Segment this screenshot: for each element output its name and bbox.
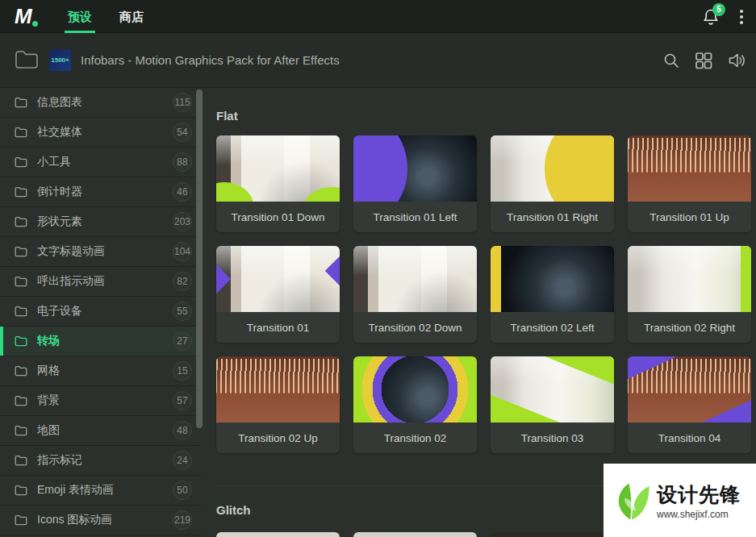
sidebar-item-emoji[interactable]: Emoji 表情动画 50 [0,476,202,506]
folder-icon [15,127,27,138]
sidebar-item-count: 88 [173,152,192,172]
sidebar-item-count: 55 [173,302,192,321]
preset-label: Transition 02 Down [353,312,477,343]
topbar-actions: 5 [701,0,746,33]
preset-thumbnail [491,135,614,202]
sidebar-item-label: 地图 [37,423,60,438]
preset-label: Transition 02 [353,423,477,453]
preset-card[interactable] [491,532,614,537]
folder-icon [15,246,27,257]
sidebar-item-count: 15 [173,361,192,381]
sound-icon[interactable] [727,51,746,70]
app-logo[interactable]: M [15,4,39,28]
sidebar-item-label: 背景 [37,393,60,408]
top-tabs: 预设 商店 [65,0,168,33]
sidebar-item-label: Emoji 表情动画 [37,483,114,497]
preset-label: Transition 02 Up [216,423,340,453]
pack-header-actions [662,33,746,88]
notifications-button[interactable]: 5 [701,7,720,27]
leaf-logo-icon [610,477,654,525]
sidebar-item-text-titles[interactable]: 文字标题动画 104 [0,237,202,267]
preset-thumbnail [628,356,751,423]
sidebar-item-label: 指示标记 [37,453,82,468]
tab-store[interactable]: 商店 [116,0,147,33]
preset-thumbnail [353,356,477,423]
folder-icon [15,186,27,198]
sidebar-item-count: 24 [173,451,192,470]
preset-card[interactable] [353,532,477,537]
sidebar-item-shape-elements[interactable]: 形状元素 203 [0,207,202,237]
sidebar-item-count: 82 [173,272,192,291]
sidebar-item-label: 转场 [37,334,60,348]
sidebar-scrollbar[interactable] [196,90,203,428]
kebab-menu-button[interactable] [737,6,746,27]
sidebar-item-callouts[interactable]: 呼出指示动画 82 [0,267,202,297]
preset-card[interactable]: Transition 03 [491,356,614,453]
sidebar-item-maps[interactable]: 地图 48 [0,416,202,446]
sidebar-item-devices[interactable]: 电子设备 55 [0,297,202,327]
preset-label: Transition 01 Left [353,202,477,232]
sidebar-item-label: 社交媒体 [37,125,82,139]
sidebar-item-infographics[interactable]: 信息图表 115 [0,88,202,118]
sidebar-item-label: 小工具 [37,155,71,169]
folder-icon [15,335,27,347]
sidebar-item-label: Icons 图标动画 [37,513,112,527]
section-title-flat: Flat [216,109,238,123]
preset-card[interactable] [216,532,340,537]
preset-card[interactable]: Transition 01 Left [353,135,477,232]
sidebar-item-count: 104 [173,242,192,261]
preset-label: Transition 01 Up [628,202,751,232]
sidebar-item-count: 54 [173,123,192,142]
app-window: M 预设 商店 5 1500+ Infobars - Motion Graphi… [0,0,756,537]
preset-card[interactable]: Transition 04 [628,356,751,453]
section-title-glitch: Glitch [216,503,251,517]
preset-card[interactable]: Transition 01 Up [628,135,751,232]
pack-title: Infobars - Motion Graphics Pack for Afte… [81,33,340,88]
preset-grid-flat: Transition 01 Down Transition 01 Left Tr… [216,135,751,453]
top-navbar: M 预设 商店 5 [0,0,756,33]
folder-icon[interactable] [15,49,39,70]
preset-thumbnail [628,135,751,202]
sidebar-item-transitions[interactable]: 转场 27 [0,327,202,356]
preset-card[interactable]: Transition 02 Up [216,356,340,453]
preset-card[interactable]: Transition 01 [216,246,340,343]
sidebar-item-count: 115 [173,93,192,112]
preset-label: Transition 01 Right [491,202,614,232]
transition-overlay [491,135,614,202]
folder-icon [15,365,27,377]
sidebar-item-social-media[interactable]: 社交媒体 54 [0,118,202,148]
sidebar-item-markers[interactable]: 指示标记 24 [0,446,202,476]
sidebar-item-icons[interactable]: Icons 图标动画 219 [0,506,202,535]
pack-thumbnail-badge[interactable]: 1500+ [49,49,71,71]
transition-overlay [628,356,751,423]
transition-overlay [216,246,340,312]
sidebar-item-grids[interactable]: 网格 15 [0,356,202,386]
sidebar-item-count: 203 [173,212,192,231]
preset-card[interactable]: Transition 02 Left [491,246,614,343]
preset-card[interactable]: Transition 01 Right [491,135,614,232]
preset-card[interactable]: Transition 01 Down [216,135,340,232]
transition-overlay [628,246,751,312]
folder-icon [15,395,27,406]
sidebar-item-tools[interactable]: 小工具 88 [0,148,202,177]
grid-view-icon[interactable] [694,51,713,70]
preset-card[interactable]: Transition 02 Right [628,246,751,343]
preset-card[interactable]: Transition 02 Down [353,246,477,343]
sidebar-item-backgrounds[interactable]: 背景 57 [0,386,202,416]
folder-icon [15,306,27,317]
search-icon[interactable] [662,52,680,69]
sidebar-item-label: 文字标题动画 [37,244,105,259]
preset-label: Transition 04 [628,423,751,453]
preset-label: Transition 01 [216,312,340,343]
selected-indicator [0,327,3,356]
sidebar-item-countdown[interactable]: 倒计时器 46 [0,177,202,207]
sidebar-item-count: 219 [173,510,192,530]
tab-presets[interactable]: 预设 [65,0,95,33]
preset-thumbnail [216,356,340,423]
sidebar-item-label: 形状元素 [37,214,82,229]
folder-icon [15,514,27,526]
transition-overlay [353,356,477,423]
transition-overlay [628,135,751,202]
preset-card[interactable]: Transition 02 [353,356,477,453]
sidebar-item-label: 电子设备 [37,304,82,318]
